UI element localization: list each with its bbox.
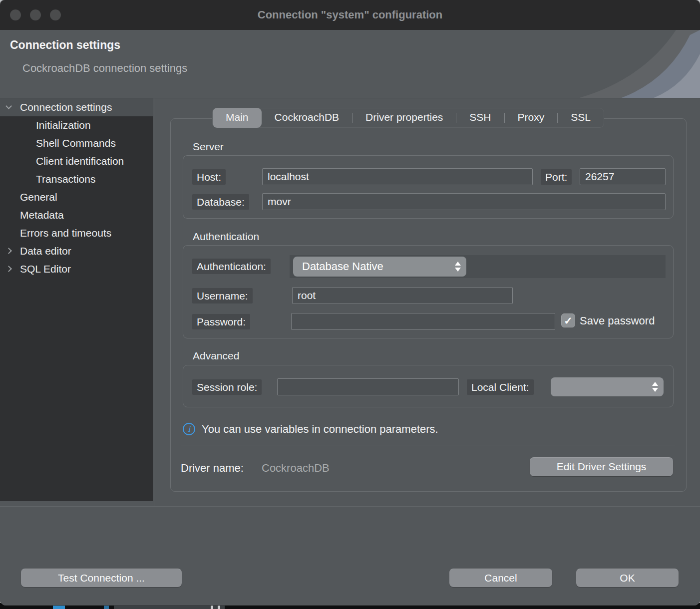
dialog-body: Connection settingsInitializationShell C… (0, 98, 700, 506)
username-input[interactable] (292, 287, 513, 304)
port-input[interactable] (580, 168, 666, 185)
sidebar-item-initialization[interactable]: Initialization (0, 116, 153, 134)
chevron-right-icon[interactable] (5, 248, 12, 254)
sidebar-item-label: Metadata (20, 206, 64, 224)
header-banner: Connection settings CockroachDB connecti… (0, 30, 700, 98)
sidebar-item-sql-editor[interactable]: SQL Editor (0, 260, 153, 278)
cancel-button[interactable]: Cancel (449, 569, 552, 587)
screen: Connection "system" configuration Connec… (0, 0, 700, 609)
local-client-select[interactable] (551, 377, 664, 396)
host-input[interactable] (262, 168, 533, 185)
sidebar-item-label: Transactions (36, 170, 95, 188)
driver-divider (181, 445, 675, 445)
test-connection-button[interactable]: Test Connection ... (21, 569, 182, 587)
database-label: Database: (192, 194, 249, 210)
background-window-sliver (114, 606, 225, 609)
chevron-up-down-icon (449, 262, 466, 272)
tab-bar: MainCockroachDBDriver propertiesSSHProxy… (212, 108, 604, 128)
page-title: Connection settings (10, 38, 120, 52)
background-window-sliver (211, 606, 213, 609)
main-content: MainCockroachDBDriver propertiesSSHProxy… (154, 98, 700, 506)
session-role-input[interactable] (277, 378, 459, 395)
authentication-label: Authentication: (192, 259, 271, 274)
password-input[interactable] (291, 313, 555, 330)
tab-ssh[interactable]: SSH (456, 108, 504, 128)
page-subtitle: CockroachDB connection settings (22, 62, 187, 75)
sidebar-item-label: SQL Editor (20, 260, 71, 278)
sidebar-item-data-editor[interactable]: Data editor (0, 242, 153, 260)
sidebar-item-label: Errors and timeouts (20, 224, 111, 242)
advanced-group-label: Advanced (193, 350, 239, 362)
chevron-right-icon[interactable] (5, 266, 12, 272)
window-title: Connection "system" configuration (0, 0, 700, 30)
tab-driver-properties[interactable]: Driver properties (352, 108, 456, 128)
tab-proxy[interactable]: Proxy (505, 108, 558, 128)
password-label: Password: (192, 314, 250, 329)
sidebar-item-label: Data editor (20, 242, 71, 260)
connection-configuration-dialog: Connection "system" configuration Connec… (0, 0, 700, 606)
background-window-sliver (53, 606, 65, 609)
port-label: Port: (541, 169, 572, 185)
driver-name-label: Driver name: (181, 462, 244, 475)
sidebar-item-label: Connection settings (20, 98, 112, 116)
info-icon: i (183, 423, 195, 435)
save-password-checkbox[interactable]: ✓ (561, 313, 575, 327)
driver-name-value: CockroachDB (262, 462, 330, 475)
advanced-group: Session role: Local Client: (183, 365, 674, 407)
background-window-sliver (104, 606, 109, 609)
sidebar-item-connection-settings[interactable]: Connection settings (0, 98, 153, 116)
authentication-select[interactable]: Database Native (293, 257, 466, 277)
server-group-label: Server (193, 141, 224, 153)
host-label: Host: (192, 169, 226, 185)
edit-driver-settings-button[interactable]: Edit Driver Settings (530, 457, 673, 476)
sidebar-item-transactions[interactable]: Transactions (0, 170, 153, 188)
session-role-label: Session role: (192, 379, 262, 395)
dialog-footer: Test Connection ... Cancel OK (0, 506, 700, 606)
tab-ssl[interactable]: SSL (558, 108, 604, 128)
sidebar-item-label: Initialization (36, 116, 91, 134)
sidebar-item-metadata[interactable]: Metadata (0, 206, 153, 224)
title-bar: Connection "system" configuration (0, 0, 700, 30)
ok-button[interactable]: OK (576, 569, 679, 587)
tab-main[interactable]: Main (213, 108, 262, 128)
save-password-label: Save password (580, 314, 655, 327)
authentication-group: Authentication: Database Native Username… (183, 245, 674, 338)
sidebar-item-label: Shell Commands (36, 134, 116, 152)
authentication-group-label: Authentication (193, 231, 259, 243)
database-input[interactable] (262, 193, 666, 210)
sidebar-item-client-identification[interactable]: Client identification (0, 152, 153, 170)
chevron-down-icon[interactable] (5, 103, 12, 109)
authentication-select-value: Database Native (293, 260, 449, 273)
sidebar-item-label: Client identification (36, 152, 124, 170)
sidebar-item-shell-commands[interactable]: Shell Commands (0, 134, 153, 152)
sidebar-item-general[interactable]: General (0, 188, 153, 206)
settings-tree: Connection settingsInitializationShell C… (0, 98, 153, 501)
check-icon: ✓ (564, 315, 573, 326)
chevron-up-down-icon (647, 382, 664, 392)
connection-panel: Server Host: Port: Database: Authenticat… (170, 118, 687, 492)
sidebar-item-label: General (20, 188, 57, 206)
server-group: Host: Port: Database: (183, 155, 674, 219)
username-label: Username: (192, 288, 253, 304)
decorative-swoosh (550, 30, 700, 98)
sidebar-item-errors-and-timeouts[interactable]: Errors and timeouts (0, 224, 153, 242)
info-message: You can use variables in connection para… (202, 423, 438, 436)
local-client-label: Local Client: (467, 379, 534, 395)
tab-cockroachdb[interactable]: CockroachDB (262, 108, 352, 128)
background-window-sliver (218, 606, 220, 609)
